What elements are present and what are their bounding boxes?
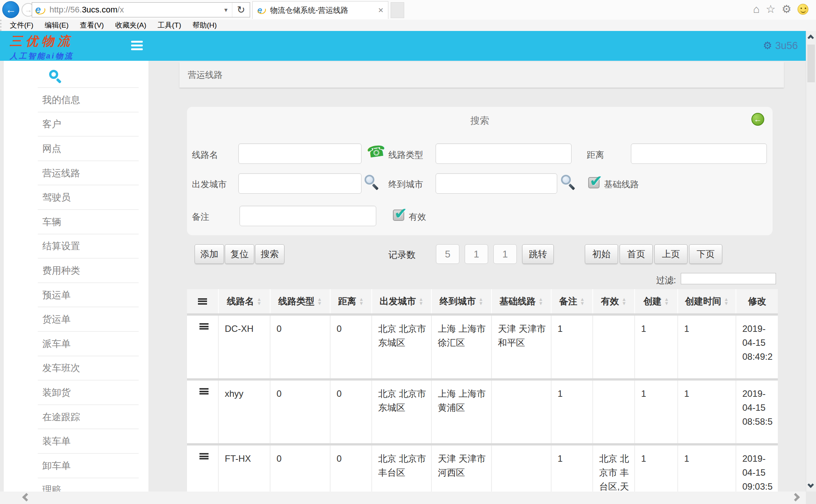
row-menu-cell[interactable] <box>187 381 219 443</box>
sidebar-item-operating-lines[interactable]: 营运线路 <box>38 160 139 185</box>
pagination-group: 初始 首页 上页 下页 <box>585 244 722 264</box>
filter-input[interactable] <box>681 273 776 284</box>
column-label: 修改 <box>748 295 766 307</box>
column-depart-city[interactable]: 出发城市▲▼ <box>372 289 432 313</box>
line-name-input[interactable] <box>238 143 362 164</box>
table-row[interactable]: DC-XH 0 0 北京 北京市 东城区 上海 上海市 徐汇区 天津 天津市 和… <box>187 316 778 378</box>
sidebar-item-departure-shifts[interactable]: 发车班次 <box>38 356 139 380</box>
collapse-panel-button[interactable]: ← <box>751 113 764 126</box>
cell-created: 1 <box>635 316 678 378</box>
sidebar-item-loading-bill[interactable]: 装车单 <box>38 428 139 453</box>
phone-icon[interactable]: ☎ <box>366 143 386 160</box>
page-size-input[interactable] <box>436 244 459 264</box>
line-type-input[interactable] <box>436 143 572 164</box>
sort-icons: ▲▼ <box>479 297 484 305</box>
vertical-scrollbar[interactable] <box>806 31 816 504</box>
column-distance[interactable]: 距离▲▼ <box>331 289 372 313</box>
sidebar-item-fee-types[interactable]: 费用种类 <box>38 258 139 282</box>
menu-file[interactable]: 文件(F) <box>10 20 33 30</box>
column-created-time[interactable]: 创建时间▲▼ <box>678 289 736 313</box>
sort-icons: ▲▼ <box>257 297 262 305</box>
sidebar-item-freight-bill[interactable]: 货运单 <box>38 307 139 331</box>
scrollbar-corner <box>806 492 816 504</box>
sort-icons: ▲▼ <box>419 297 423 305</box>
back-button[interactable]: ← <box>2 1 19 18</box>
column-base-line[interactable]: 基础线路▲▼ <box>492 289 552 313</box>
first-page-button[interactable]: 首页 <box>620 244 653 264</box>
sidebar-item-pre-waybill[interactable]: 预运单 <box>38 282 139 307</box>
menu-tools[interactable]: 工具(T) <box>158 20 181 30</box>
remark-input[interactable] <box>240 206 376 226</box>
column-label: 线路类型 <box>278 295 315 307</box>
jump-button[interactable]: 跳转 <box>522 244 554 264</box>
search-button[interactable]: 搜索 <box>255 244 284 264</box>
tab-close-icon[interactable]: × <box>378 6 383 15</box>
depart-city-search-icon[interactable] <box>365 175 374 185</box>
sidebar-item-load-unload[interactable]: 装卸货 <box>38 380 139 404</box>
sidebar-item-in-transit-tracking[interactable]: 在途跟踪 <box>38 404 139 429</box>
favorites-star-icon[interactable]: ☆ <box>766 4 776 15</box>
depart-city-input[interactable] <box>238 173 362 194</box>
browser-tab[interactable]: e 物流仓储系统-营运线路 × <box>252 1 388 19</box>
address-bar[interactable]: e http://56.3ucs.com/x ▾ ↻ <box>32 2 250 17</box>
sidebar-toggle-hamburger-icon[interactable] <box>131 41 143 50</box>
column-arrive-city[interactable]: 终到城市▲▼ <box>432 289 492 313</box>
feedback-smiley-icon[interactable] <box>797 4 808 15</box>
column-label: 备注 <box>559 295 577 307</box>
sidebar-item-branches[interactable]: 网点 <box>38 136 139 160</box>
sidebar-item-drivers[interactable]: 驾驶员 <box>38 185 139 209</box>
user-menu[interactable]: ⚙ 3u56 <box>763 40 798 52</box>
refresh-icon[interactable]: ↻ <box>232 3 250 17</box>
arrive-city-search-icon[interactable] <box>561 175 571 185</box>
distance-input[interactable] <box>631 143 767 164</box>
initial-page-button[interactable]: 初始 <box>585 244 618 264</box>
vertical-scrollbar-thumb[interactable] <box>807 45 815 82</box>
prev-page-button[interactable]: 上页 <box>654 244 688 264</box>
next-page-button[interactable]: 下页 <box>689 244 722 264</box>
url-dropdown-icon[interactable]: ▾ <box>220 6 232 14</box>
breadcrumb: 营运线路 <box>179 62 784 88</box>
total-pages-input[interactable] <box>493 244 517 264</box>
column-remark[interactable]: 备注▲▼ <box>552 289 593 313</box>
menu-edit[interactable]: 编辑(E) <box>45 20 68 30</box>
column-line-type[interactable]: 线路类型▲▼ <box>270 289 331 313</box>
scroll-down-icon[interactable] <box>808 482 814 488</box>
sidebar-item-unloading-bill[interactable]: 卸车单 <box>38 453 139 478</box>
sort-icons: ▲▼ <box>538 297 543 305</box>
cell-line-type: 0 <box>270 381 331 443</box>
menu-help[interactable]: 帮助(H) <box>193 20 217 30</box>
header-menu-cell[interactable] <box>187 289 219 313</box>
arrive-city-input[interactable] <box>436 173 557 194</box>
row-menu-cell[interactable] <box>187 316 219 378</box>
sidebar-search-icon[interactable] <box>49 70 58 79</box>
browser-action-icons: ⌂ ☆ ⚙ <box>753 4 808 15</box>
table-header-row: 线路名▲▼ 线路类型▲▼ 距离▲▼ 出发城市▲▼ 终到城市▲▼ 基础线路▲▼ 备… <box>187 289 778 313</box>
column-modified[interactable]: 修改 <box>736 289 778 313</box>
line-type-label: 线路类型 <box>388 149 423 161</box>
home-icon[interactable]: ⌂ <box>753 4 760 15</box>
add-button[interactable]: 添加 <box>195 244 224 264</box>
base-line-checkbox[interactable] <box>588 177 600 188</box>
logo-subtitle: 人工智能ai物流 <box>10 51 74 61</box>
sidebar-item-my-info[interactable]: 我的信息 <box>38 87 139 112</box>
horizontal-scrollbar[interactable] <box>0 492 806 504</box>
sidebar-item-customers[interactable]: 客户 <box>38 112 139 136</box>
menu-view[interactable]: 查看(V) <box>80 20 104 30</box>
column-valid[interactable]: 有效▲▼ <box>593 289 635 313</box>
cell-remark: 1 <box>552 316 593 378</box>
current-page-input[interactable] <box>465 244 488 264</box>
menu-favorites[interactable]: 收藏夹(A) <box>115 20 146 30</box>
sidebar-item-dispatch-bill[interactable]: 派车单 <box>38 331 139 356</box>
column-line-name[interactable]: 线路名▲▼ <box>219 289 270 313</box>
sidebar-item-settlement-settings[interactable]: 结算设置 <box>38 234 139 258</box>
column-created[interactable]: 创建▲▼ <box>635 289 678 313</box>
browser-menu-bar: 文件(F) 编辑(E) 查看(V) 收藏夹(A) 工具(T) 帮助(H) <box>0 20 816 31</box>
settings-gear-icon[interactable]: ⚙ <box>782 4 791 15</box>
new-tab-button[interactable] <box>391 2 404 18</box>
sort-icons: ▲▼ <box>317 297 322 305</box>
reset-button[interactable]: 复位 <box>225 244 254 264</box>
sidebar-item-vehicles[interactable]: 车辆 <box>38 209 139 234</box>
scroll-up-icon[interactable] <box>808 35 814 41</box>
table-row[interactable]: xhyy 0 0 北京 北京市 东城区 上海 上海市 黄浦区 1 1 1 201… <box>187 381 778 443</box>
valid-checkbox[interactable] <box>393 210 404 221</box>
